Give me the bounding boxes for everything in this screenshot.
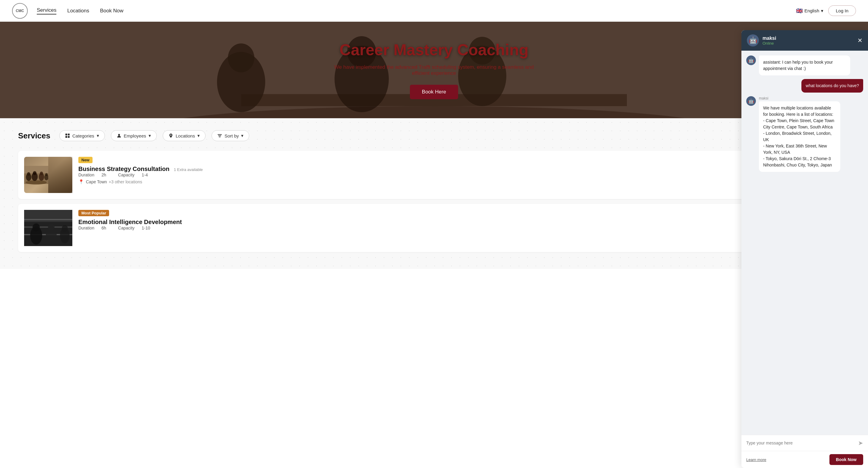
service-card-image xyxy=(24,157,72,193)
chevron-down-icon: ▾ xyxy=(197,133,200,138)
hero-section: Career Mastery Coaching We have implemen… xyxy=(0,22,868,118)
chat-agent-name: maksi xyxy=(763,36,776,41)
svg-rect-17 xyxy=(219,137,221,137)
chat-message-content: maksi We have multiple locations availab… xyxy=(759,96,863,172)
hero-book-button[interactable]: Book Here xyxy=(410,85,458,99)
svg-point-37 xyxy=(48,224,55,231)
hero-subtitle: We have implemented the advanced Trafft … xyxy=(329,64,539,76)
badge-popular: Most Popular xyxy=(79,210,109,216)
card-title-row: Emotional Intelligence Development xyxy=(79,218,844,226)
location-pin-icon: 📍 xyxy=(79,179,84,184)
svg-point-20 xyxy=(26,180,47,184)
bot-avatar-icon: 🤖 xyxy=(746,56,756,65)
categories-filter[interactable]: Categories ▾ xyxy=(59,130,105,141)
chevron-down-icon: ▾ xyxy=(821,8,824,13)
service-image-svg xyxy=(24,210,72,246)
login-button[interactable]: Log In xyxy=(828,5,856,16)
capacity-value: 1-4 xyxy=(142,173,148,177)
language-label: English xyxy=(804,8,819,13)
svg-point-28 xyxy=(45,173,48,176)
nav-link-booknow[interactable]: Book Now xyxy=(100,8,123,14)
service-card-title: Emotional Intelligence Development xyxy=(79,218,182,225)
chat-sender-label: maksi xyxy=(759,96,863,100)
chat-header-left: 🤖 maksi Online xyxy=(747,34,776,47)
grid-icon xyxy=(65,133,70,138)
duration-value: 2h xyxy=(101,173,106,177)
svg-rect-13 xyxy=(68,136,70,138)
other-locations: +3 other locations xyxy=(109,179,142,184)
svg-rect-15 xyxy=(218,134,222,135)
service-card-meta: Duration 2h Capacity 1-4 xyxy=(79,173,844,177)
sort-label: Sort by xyxy=(224,133,239,138)
nav-link-locations[interactable]: Locations xyxy=(67,8,89,14)
nav-right: 🇬🇧 English ▾ Log In xyxy=(796,5,856,16)
sort-filter[interactable]: Sort by ▾ xyxy=(212,130,250,141)
svg-point-26 xyxy=(40,172,43,175)
services-title: Services xyxy=(18,131,50,141)
chat-messages: 🤖 assistant: I can help you to book your… xyxy=(741,51,868,269)
chat-header: 🤖 maksi Online ✕ xyxy=(741,30,868,51)
services-header: Services Categories ▾ Employees ▾ Locati… xyxy=(18,130,850,141)
chevron-down-icon: ▾ xyxy=(241,133,244,138)
service-image-svg xyxy=(24,157,48,193)
employees-icon xyxy=(117,133,121,138)
capacity-label: Capacity xyxy=(118,173,134,177)
language-flag: 🇬🇧 xyxy=(796,7,803,14)
svg-rect-16 xyxy=(218,136,221,136)
sort-icon xyxy=(217,133,222,138)
chevron-down-icon: ▾ xyxy=(149,133,151,138)
bot-avatar-icon: 🤖 xyxy=(746,96,756,106)
hero-content: Career Mastery Coaching We have implemen… xyxy=(329,41,539,99)
service-card-title: Business Strategy Consultation xyxy=(79,166,169,172)
employees-label: Employees xyxy=(124,133,146,138)
capacity-label: Capacity xyxy=(118,226,134,230)
badge-new: New xyxy=(79,157,93,163)
duration-value: 6h xyxy=(101,226,106,230)
service-card-image xyxy=(24,210,72,246)
language-selector[interactable]: 🇬🇧 English ▾ xyxy=(796,7,824,14)
svg-point-39 xyxy=(62,225,68,232)
duration-label: Duration xyxy=(79,173,94,177)
brand-logo[interactable]: CMC xyxy=(12,3,28,19)
nav-links: Services Locations Book Now xyxy=(37,7,123,14)
bot-icon: 🤖 xyxy=(749,36,757,44)
svg-point-35 xyxy=(33,224,40,231)
chevron-down-icon: ▾ xyxy=(97,133,99,138)
svg-point-22 xyxy=(27,172,30,176)
svg-rect-11 xyxy=(68,134,70,136)
location-name: Cape Town xyxy=(86,179,107,184)
service-card-business-strategy: New Business Strategy Consultation 1 Ext… xyxy=(18,151,850,199)
chat-message-user: what locations do you have? xyxy=(746,79,863,93)
capacity-value: 1-10 xyxy=(142,226,150,230)
service-card-meta: Duration 6h Capacity 1-10 xyxy=(79,226,844,230)
service-card-info: Most Popular Emotional Intelligence Deve… xyxy=(79,210,844,232)
chat-message-bot: 🤖 assistant: I can help you to book your… xyxy=(746,56,863,76)
locations-filter[interactable]: Locations ▾ xyxy=(163,130,206,141)
card-title-row: Business Strategy Consultation 1 Extra a… xyxy=(79,166,844,173)
extra-available: 1 Extra available xyxy=(174,167,203,172)
categories-label: Categories xyxy=(72,133,94,138)
chat-bubble-bot: assistant: I can help you to book your a… xyxy=(759,56,850,76)
chat-close-button[interactable]: ✕ xyxy=(858,37,863,44)
service-card-info: New Business Strategy Consultation 1 Ext… xyxy=(79,157,844,184)
svg-rect-10 xyxy=(65,134,67,136)
nav-left: CMC Services Locations Book Now xyxy=(12,3,123,19)
chat-bubble-user: what locations do you have? xyxy=(801,79,863,93)
services-section: Services Categories ▾ Employees ▾ Locati… xyxy=(0,118,868,269)
chat-agent-avatar: 🤖 xyxy=(747,34,759,47)
svg-point-24 xyxy=(33,171,36,175)
duration-label: Duration xyxy=(79,226,94,230)
chat-agent-status: Online xyxy=(763,41,776,46)
chat-bubble-bot: We have multiple locations available for… xyxy=(759,101,840,172)
service-card-emotional-intelligence: Most Popular Emotional Intelligence Deve… xyxy=(18,204,850,252)
nav-link-services[interactable]: Services xyxy=(37,7,56,14)
chat-agent-info: maksi Online xyxy=(763,36,776,46)
chat-message-bot: 🤖 maksi We have multiple locations avail… xyxy=(746,96,863,172)
location-pin-icon xyxy=(168,133,173,138)
svg-rect-12 xyxy=(65,136,67,138)
svg-point-14 xyxy=(118,134,120,136)
employees-filter[interactable]: Employees ▾ xyxy=(111,130,157,141)
chat-message-bot-labeled: 🤖 maksi We have multiple locations avail… xyxy=(746,96,863,172)
navbar: CMC Services Locations Book Now 🇬🇧 Engli… xyxy=(0,0,868,22)
locations-label: Locations xyxy=(176,133,195,138)
